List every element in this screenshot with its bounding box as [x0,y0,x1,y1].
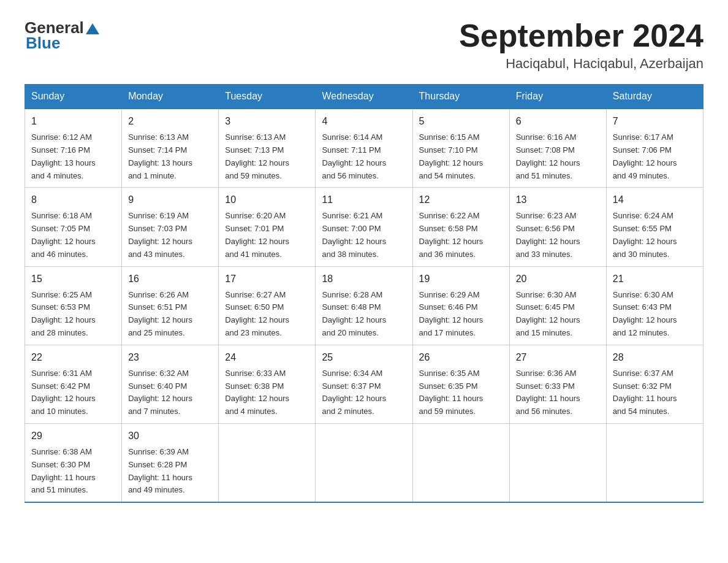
calendar-day-header: Thursday [412,85,509,109]
day-info: Sunrise: 6:34 AM Sunset: 6:37 PM Dayligh… [322,369,386,416]
day-number: 16 [128,272,212,286]
calendar-cell: 2Sunrise: 6:13 AM Sunset: 7:14 PM Daylig… [122,109,219,188]
day-number: 7 [613,114,697,129]
day-info: Sunrise: 6:17 AM Sunset: 7:06 PM Dayligh… [613,132,677,180]
calendar-cell [509,423,606,502]
calendar-cell: 10Sunrise: 6:20 AM Sunset: 7:01 PM Dayli… [219,188,316,266]
calendar-header-row: SundayMondayTuesdayWednesdayThursdayFrid… [25,85,703,109]
day-info: Sunrise: 6:19 AM Sunset: 7:03 PM Dayligh… [128,211,192,258]
day-info: Sunrise: 6:18 AM Sunset: 7:05 PM Dayligh… [31,211,96,258]
day-info: Sunrise: 6:35 AM Sunset: 6:35 PM Dayligh… [419,369,483,416]
day-info: Sunrise: 6:27 AM Sunset: 6:50 PM Dayligh… [225,290,289,337]
calendar-cell [316,423,412,502]
day-info: Sunrise: 6:23 AM Sunset: 6:56 PM Dayligh… [516,211,580,258]
calendar-week-row: 22Sunrise: 6:31 AM Sunset: 6:42 PM Dayli… [25,345,703,423]
calendar-cell: 20Sunrise: 6:30 AM Sunset: 6:45 PM Dayli… [509,266,606,345]
calendar-cell: 13Sunrise: 6:23 AM Sunset: 6:56 PM Dayli… [509,188,606,266]
calendar-cell: 29Sunrise: 6:38 AM Sunset: 6:30 PM Dayli… [25,423,122,502]
day-number: 5 [419,114,503,129]
day-info: Sunrise: 6:32 AM Sunset: 6:40 PM Dayligh… [128,369,192,416]
calendar-cell: 12Sunrise: 6:22 AM Sunset: 6:58 PM Dayli… [412,188,509,266]
calendar-day-header: Sunday [25,85,122,109]
calendar-cell: 28Sunrise: 6:37 AM Sunset: 6:32 PM Dayli… [606,345,703,423]
day-number: 8 [31,193,115,207]
calendar-cell: 30Sunrise: 6:39 AM Sunset: 6:28 PM Dayli… [122,423,219,502]
day-info: Sunrise: 6:28 AM Sunset: 6:48 PM Dayligh… [322,290,386,337]
day-info: Sunrise: 6:15 AM Sunset: 7:10 PM Dayligh… [419,132,483,180]
calendar-cell: 6Sunrise: 6:16 AM Sunset: 7:08 PM Daylig… [509,109,606,188]
day-info: Sunrise: 6:33 AM Sunset: 6:38 PM Dayligh… [225,369,289,416]
day-info: Sunrise: 6:26 AM Sunset: 6:51 PM Dayligh… [128,290,192,337]
calendar-day-header: Wednesday [316,85,412,109]
day-info: Sunrise: 6:22 AM Sunset: 6:58 PM Dayligh… [419,211,483,258]
calendar-week-row: 1Sunrise: 6:12 AM Sunset: 7:16 PM Daylig… [25,109,703,188]
day-number: 9 [128,193,212,207]
calendar-cell [412,423,509,502]
calendar-cell: 25Sunrise: 6:34 AM Sunset: 6:37 PM Dayli… [316,345,412,423]
day-number: 12 [419,193,503,207]
day-number: 26 [419,350,503,365]
calendar-cell: 5Sunrise: 6:15 AM Sunset: 7:10 PM Daylig… [412,109,509,188]
day-info: Sunrise: 6:30 AM Sunset: 6:45 PM Dayligh… [516,290,580,337]
day-info: Sunrise: 6:25 AM Sunset: 6:53 PM Dayligh… [31,290,96,337]
day-number: 20 [516,272,600,286]
calendar-day-header: Tuesday [219,85,316,109]
day-info: Sunrise: 6:24 AM Sunset: 6:55 PM Dayligh… [613,211,677,258]
day-number: 18 [322,272,406,286]
calendar-cell: 9Sunrise: 6:19 AM Sunset: 7:03 PM Daylig… [122,188,219,266]
calendar-cell: 17Sunrise: 6:27 AM Sunset: 6:50 PM Dayli… [219,266,316,345]
day-number: 17 [225,272,309,286]
day-number: 1 [31,114,115,129]
day-number: 21 [613,272,697,286]
calendar-cell: 16Sunrise: 6:26 AM Sunset: 6:51 PM Dayli… [122,266,219,345]
calendar-cell: 22Sunrise: 6:31 AM Sunset: 6:42 PM Dayli… [25,345,122,423]
day-info: Sunrise: 6:13 AM Sunset: 7:14 PM Dayligh… [128,132,192,180]
calendar-week-row: 8Sunrise: 6:18 AM Sunset: 7:05 PM Daylig… [25,188,703,266]
day-info: Sunrise: 6:37 AM Sunset: 6:32 PM Dayligh… [613,369,677,416]
day-number: 3 [225,114,309,129]
day-info: Sunrise: 6:20 AM Sunset: 7:01 PM Dayligh… [225,211,289,258]
page-header: General Blue September 2024 Haciqabul, H… [25,18,703,72]
day-info: Sunrise: 6:16 AM Sunset: 7:08 PM Dayligh… [516,132,580,180]
calendar-cell: 23Sunrise: 6:32 AM Sunset: 6:40 PM Dayli… [122,345,219,423]
month-title: September 2024 [459,18,703,53]
day-number: 29 [31,429,115,443]
day-number: 11 [322,193,406,207]
day-number: 28 [613,350,697,365]
day-number: 13 [516,193,600,207]
calendar-week-row: 29Sunrise: 6:38 AM Sunset: 6:30 PM Dayli… [25,423,703,502]
calendar-cell: 19Sunrise: 6:29 AM Sunset: 6:46 PM Dayli… [412,266,509,345]
svg-marker-0 [86,23,99,34]
calendar-table: SundayMondayTuesdayWednesdayThursdayFrid… [25,84,703,503]
day-number: 10 [225,193,309,207]
title-area: September 2024 Haciqabul, Haciqabul, Aze… [459,18,703,72]
day-number: 22 [31,350,115,365]
calendar-cell [606,423,703,502]
day-number: 15 [31,272,115,286]
calendar-day-header: Friday [509,85,606,109]
calendar-cell: 4Sunrise: 6:14 AM Sunset: 7:11 PM Daylig… [316,109,412,188]
calendar-cell: 18Sunrise: 6:28 AM Sunset: 6:48 PM Dayli… [316,266,412,345]
day-info: Sunrise: 6:36 AM Sunset: 6:33 PM Dayligh… [516,369,580,416]
location-title: Haciqabul, Haciqabul, Azerbaijan [459,56,703,72]
day-number: 24 [225,350,309,365]
day-number: 14 [613,193,697,207]
day-info: Sunrise: 6:30 AM Sunset: 6:43 PM Dayligh… [613,290,677,337]
day-number: 30 [128,429,212,443]
day-number: 2 [128,114,212,129]
calendar-day-header: Monday [122,85,219,109]
logo-blue: Blue [26,34,99,53]
calendar-cell: 7Sunrise: 6:17 AM Sunset: 7:06 PM Daylig… [606,109,703,188]
day-info: Sunrise: 6:29 AM Sunset: 6:46 PM Dayligh… [419,290,483,337]
day-info: Sunrise: 6:14 AM Sunset: 7:11 PM Dayligh… [322,132,386,180]
calendar-week-row: 15Sunrise: 6:25 AM Sunset: 6:53 PM Dayli… [25,266,703,345]
day-number: 23 [128,350,212,365]
day-number: 4 [322,114,406,129]
day-info: Sunrise: 6:13 AM Sunset: 7:13 PM Dayligh… [225,132,289,180]
calendar-day-header: Saturday [606,85,703,109]
day-number: 6 [516,114,600,129]
calendar-cell: 8Sunrise: 6:18 AM Sunset: 7:05 PM Daylig… [25,188,122,266]
calendar-cell: 27Sunrise: 6:36 AM Sunset: 6:33 PM Dayli… [509,345,606,423]
calendar-cell: 11Sunrise: 6:21 AM Sunset: 7:00 PM Dayli… [316,188,412,266]
day-info: Sunrise: 6:39 AM Sunset: 6:28 PM Dayligh… [128,447,192,494]
